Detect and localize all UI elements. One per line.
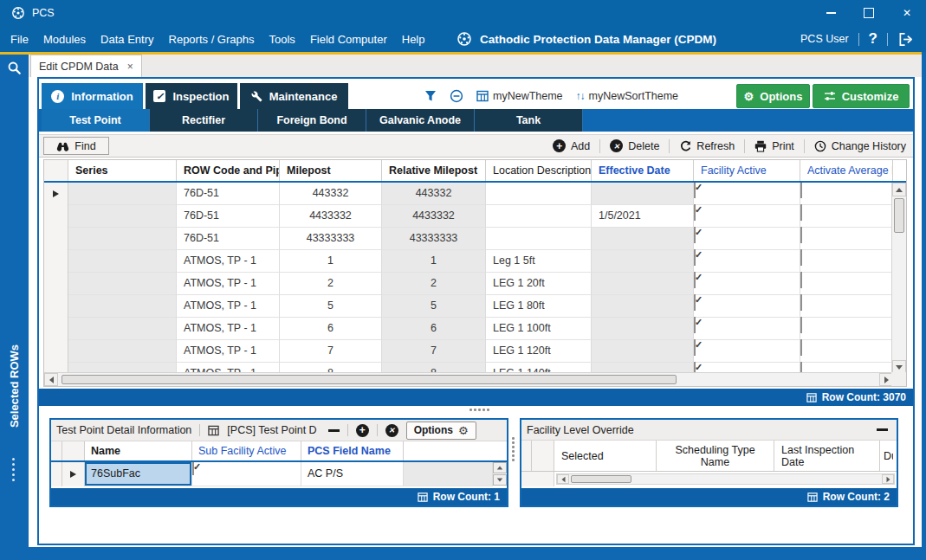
add-button[interactable]: + Add — [553, 139, 590, 152]
cell-series[interactable] — [68, 228, 177, 250]
cell-row-code[interactable]: 76D-51 — [177, 228, 280, 250]
cell-relative-milepost[interactable]: 7 — [382, 340, 486, 363]
cell-row-code[interactable]: ATMOS, TP - 1 — [177, 318, 280, 340]
filter-icon[interactable] — [424, 90, 437, 102]
cell-effective-date[interactable]: 1/5/2021 — [592, 205, 694, 228]
menu-item-help[interactable]: Help — [402, 33, 425, 46]
table-row[interactable]: 76D-51 4433332 4433332 1/5/2021 — [44, 205, 906, 228]
cell-location[interactable] — [486, 183, 592, 205]
col-header-milepost[interactable]: Milepost — [280, 160, 382, 181]
cell-relative-milepost[interactable]: 5 — [382, 295, 486, 318]
horizontal-scroll-thumb[interactable] — [62, 375, 677, 384]
cell-series[interactable] — [68, 340, 177, 363]
cell-location[interactable]: LEG 1 80ft — [486, 295, 592, 318]
vertical-scrollbar[interactable] — [891, 183, 906, 374]
cell-effective-date[interactable] — [592, 183, 694, 205]
cell-series[interactable] — [68, 250, 177, 273]
horizontal-scrollbar[interactable] — [44, 372, 893, 386]
facility-active-checkbox[interactable] — [694, 227, 696, 243]
col-header-truncated[interactable]: Du — [880, 441, 893, 471]
cell-pcs-field-name[interactable]: AC P/S — [301, 462, 404, 486]
menu-item-file[interactable]: File — [10, 33, 29, 46]
sub-facility-active-checkbox[interactable] — [192, 462, 194, 475]
col-header-row-code[interactable]: ROW Code and Pipe — [177, 160, 280, 181]
delete-button[interactable]: ✕ Delete — [610, 139, 659, 152]
cell-milepost[interactable]: 1 — [280, 250, 382, 273]
cell-row-code[interactable]: 76D-51 — [177, 183, 280, 205]
sidebar-panel-tab[interactable]: Selected ROWs — [0, 321, 29, 451]
table-row[interactable]: ATMOS, TP - 1 1 1 Leg 1 5ft — [44, 250, 906, 273]
activate-average-checkbox[interactable] — [800, 204, 802, 221]
table-row[interactable]: 76D-51 443332 443332 — [44, 183, 906, 205]
user-label[interactable]: PCS User — [800, 33, 849, 45]
cell-effective-date[interactable] — [592, 250, 694, 273]
vertical-scroll-thumb[interactable] — [894, 198, 904, 233]
sidebar-grip-handle[interactable] — [12, 458, 15, 481]
search-icon[interactable] — [7, 61, 22, 75]
cell-location[interactable] — [486, 205, 592, 228]
table-row[interactable]: ATMOS, TP - 1 6 6 LEG 1 100ft — [44, 318, 906, 340]
cell-effective-date[interactable] — [592, 273, 694, 295]
facility-active-checkbox[interactable] — [694, 294, 696, 311]
col-header-pcs-field-name[interactable]: PCS Field Name — [301, 441, 404, 460]
detail-options-button[interactable]: Options ⚙ — [406, 422, 476, 440]
cell-row-code[interactable]: ATMOS, TP - 1 — [177, 250, 280, 273]
col-header-series[interactable]: Series — [68, 160, 177, 181]
scroll-up-button[interactable] — [493, 462, 507, 473]
scroll-right-button[interactable] — [882, 474, 894, 484]
menu-item-reports-graphs[interactable]: Reports / Graphs — [169, 33, 255, 46]
cell-series[interactable] — [68, 318, 177, 340]
scroll-left-button[interactable] — [557, 474, 569, 484]
col-header-name[interactable]: Name — [85, 441, 192, 460]
panel-splitter-handle[interactable] — [469, 409, 489, 411]
add-detail-button[interactable]: + — [356, 424, 369, 437]
tab-edit-cpdm-data[interactable]: Edit CPDM Data × — [30, 55, 142, 77]
col-header-relative-milepost[interactable]: Relative Milepost — [382, 160, 486, 181]
cell-relative-milepost[interactable]: 6 — [382, 318, 486, 340]
row-marker-cell[interactable] — [44, 340, 68, 363]
refresh-button[interactable]: Refresh — [679, 140, 735, 152]
options-button[interactable]: ⚙ Options — [736, 84, 810, 108]
activate-average-checkbox[interactable] — [800, 249, 802, 266]
cell-effective-date[interactable] — [592, 228, 694, 250]
cell-row-code[interactable]: ATMOS, TP - 1 — [177, 273, 280, 295]
tab-inspection[interactable]: Inspection — [146, 83, 237, 109]
row-marker-cell[interactable] — [44, 318, 68, 340]
tab-close-icon[interactable]: × — [127, 61, 133, 73]
scroll-left-button[interactable] — [44, 373, 58, 386]
menu-item-data-entry[interactable]: Data Entry — [100, 33, 153, 46]
row-marker-cell[interactable] — [44, 273, 68, 295]
cell-location[interactable]: LEG 1 120ft — [486, 340, 592, 363]
scroll-up-button[interactable] — [892, 183, 906, 196]
table-row[interactable]: ATMOS, TP - 1 2 2 LEG 1 20ft — [44, 273, 906, 295]
facility-active-checkbox[interactable] — [694, 272, 696, 288]
collapse-panel-button[interactable] — [877, 428, 888, 431]
cell-milepost[interactable]: 2 — [280, 273, 382, 295]
find-button[interactable]: Find — [43, 137, 109, 155]
clear-filter-icon[interactable] — [450, 89, 463, 103]
table-row[interactable]: ATMOS, TP - 1 5 5 LEG 1 80ft — [44, 295, 906, 318]
row-marker-cell[interactable] — [62, 462, 85, 486]
minimize-button[interactable] — [812, 0, 850, 26]
facility-active-checkbox[interactable] — [694, 317, 696, 333]
cell-row-code[interactable]: ATMOS, TP - 1 — [177, 295, 280, 318]
activate-average-checkbox[interactable] — [800, 183, 802, 198]
cell-relative-milepost[interactable]: 43333333 — [382, 228, 486, 250]
cell-row-code[interactable]: 76D-51 — [177, 205, 280, 228]
delete-detail-button[interactable]: ✕ — [385, 424, 398, 437]
col-header-effective-date[interactable]: Effective Date — [592, 160, 694, 181]
horizontal-scrollbar[interactable] — [556, 473, 895, 485]
horizontal-scroll-thumb[interactable] — [571, 475, 631, 483]
cell-milepost[interactable]: 43333333 — [280, 228, 382, 250]
scroll-down-button[interactable] — [493, 474, 507, 486]
maximize-button[interactable] — [850, 0, 888, 26]
cell-milepost[interactable]: 5 — [280, 295, 382, 318]
cell-name[interactable]: 76SubFac — [85, 462, 192, 486]
row-marker-cell[interactable] — [44, 183, 68, 205]
col-header-last-inspection[interactable]: Last Inspection Date — [774, 441, 880, 471]
collapse-panel-button[interactable] — [328, 429, 340, 432]
cell-effective-date[interactable] — [592, 318, 694, 340]
cell-milepost[interactable]: 7 — [280, 340, 382, 363]
print-button[interactable]: Print — [754, 140, 794, 152]
table-row[interactable]: ATMOS, TP - 1 7 7 LEG 1 120ft — [44, 340, 906, 363]
